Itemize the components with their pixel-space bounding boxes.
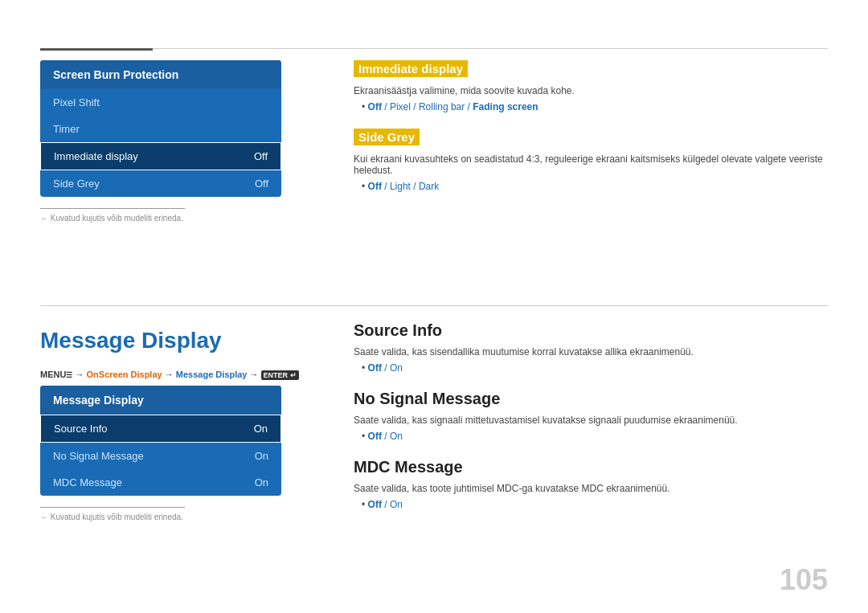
menu-item-timer[interactable]: Timer: [40, 116, 281, 142]
menu-item-label: Pixel Shift: [53, 96, 100, 108]
side-grey-desc: Kui ekraani kuvasuhteks on seadistatud 4…: [354, 153, 828, 176]
message-display-menu: Message Display Source Info On No Signal…: [40, 386, 281, 496]
option-item: Off / Pixel / Rolling bar / Fading scree…: [362, 101, 828, 112]
source-info-section: Source Info Saate valida, kas sisendalli…: [354, 321, 828, 374]
source-info-options: Off / On: [354, 362, 828, 374]
screen-burn-title: Screen Burn Protection: [40, 60, 281, 89]
menu-item-value: On: [255, 476, 268, 488]
note-text-bottom: ← Kuvatud kujutis võib mudeliti erineda.: [40, 513, 297, 521]
menu-item-value: On: [254, 423, 268, 435]
menu-item-label: MDC Message: [53, 476, 122, 488]
menu-item-label: No Signal Message: [53, 450, 144, 462]
menu-item-no-signal[interactable]: No Signal Message On: [40, 443, 281, 469]
note-text-top: ← Kuvatud kujutis võib mudeliti erineda.: [40, 214, 297, 223]
nav-onscreen: OnScreen Display: [87, 370, 162, 379]
immediate-display-desc: Ekraanisäästja valimine, mida soovite ku…: [354, 85, 828, 96]
mdc-message-title: MDC Message: [354, 458, 828, 476]
top-rule-accent: [40, 48, 153, 51]
no-signal-desc: Saate valida, kas signaali mittetuvastam…: [354, 415, 828, 426]
source-info-desc: Saate valida, kas sisendallika muutumise…: [354, 346, 828, 358]
mid-rule: [40, 305, 828, 306]
right-col-top: Immediate display Ekraanisäästja valimin…: [354, 60, 828, 208]
option-item: Off / On: [362, 431, 828, 442]
menu-item-value: Off: [254, 150, 268, 162]
nav-message-display: Message Display: [176, 370, 248, 379]
mdc-message-options: Off / On: [354, 499, 828, 510]
immediate-display-title: Immediate display: [354, 60, 468, 77]
menu-item-label: Immediate display: [54, 150, 138, 162]
side-grey-section: Side Grey Kui ekraani kuvasuhteks on sea…: [354, 129, 828, 192]
nav-enter: ENTER ↵: [261, 370, 299, 380]
page-number: 105: [780, 563, 828, 597]
no-signal-section: No Signal Message Saate valida, kas sign…: [354, 390, 828, 442]
menu-item-pixel-shift[interactable]: Pixel Shift: [40, 89, 281, 116]
immediate-display-options: Off / Pixel / Rolling bar / Fading scree…: [354, 101, 828, 112]
message-display-title: Message Display: [40, 386, 281, 415]
left-bottom-panel: Message Display Source Info On No Signal…: [40, 386, 297, 521]
note-divider-bottom: [40, 507, 185, 508]
menu-item-mdc-message[interactable]: MDC Message On: [40, 469, 281, 496]
menu-item-value: Off: [255, 178, 268, 190]
no-signal-title: No Signal Message: [354, 390, 828, 408]
right-col-bottom: Source Info Saate valida, kas sisendalli…: [354, 321, 828, 526]
menu-item-value: On: [255, 450, 268, 462]
top-rule: [40, 48, 828, 49]
menu-item-label: Timer: [53, 123, 80, 135]
message-display-heading: Message Display: [40, 328, 222, 353]
mdc-message-section: MDC Message Saate valida, kas toote juht…: [354, 458, 828, 510]
option-item: Off / On: [362, 499, 828, 510]
side-grey-title: Side Grey: [354, 129, 420, 145]
note-divider: [40, 208, 185, 209]
menu-item-label: Side Grey: [53, 178, 100, 190]
immediate-display-section: Immediate display Ekraanisäästja valimin…: [354, 60, 828, 112]
mdc-message-desc: Saate valida, kas toote juhtimisel MDC-g…: [354, 483, 828, 494]
screen-burn-menu: Screen Burn Protection Pixel Shift Timer…: [40, 60, 281, 197]
menu-icon: ☰: [66, 371, 72, 379]
menu-item-label: Source Info: [54, 423, 108, 435]
no-signal-options: Off / On: [354, 431, 828, 442]
menu-label: MENU: [40, 370, 66, 379]
option-item: Off / Light / Dark: [362, 181, 828, 192]
left-top-panel: Screen Burn Protection Pixel Shift Timer…: [40, 60, 297, 223]
menu-item-source-info[interactable]: Source Info On: [40, 415, 281, 443]
nav-path: MENU☰ → OnScreen Display → Message Displ…: [40, 370, 299, 380]
source-info-title: Source Info: [354, 321, 828, 340]
menu-item-side-grey[interactable]: Side Grey Off: [40, 170, 281, 197]
side-grey-options: Off / Light / Dark: [354, 181, 828, 192]
option-item: Off / On: [362, 362, 828, 374]
menu-item-immediate-display[interactable]: Immediate display Off: [40, 142, 281, 170]
